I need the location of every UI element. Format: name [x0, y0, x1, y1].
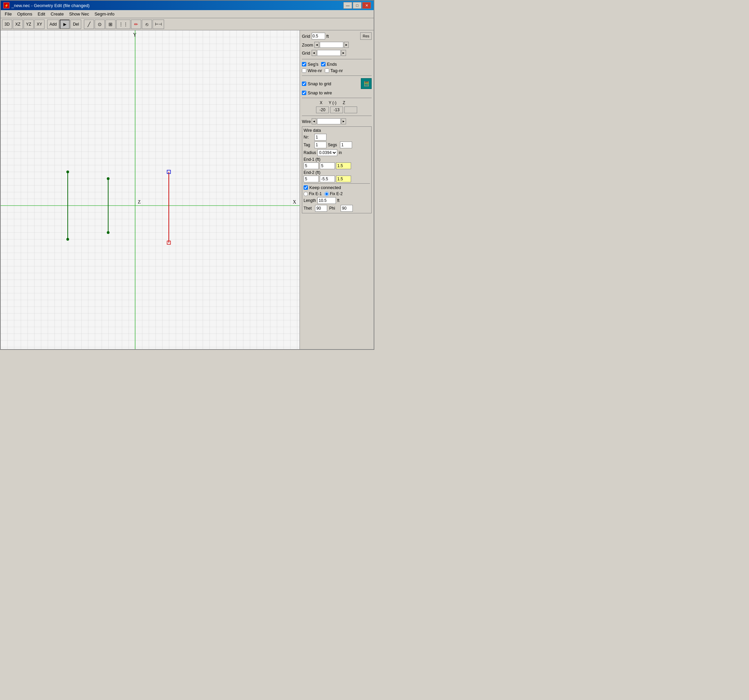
- end1-group: End-1 (ft): [304, 157, 370, 169]
- view-xz-button[interactable]: XZ: [13, 20, 23, 29]
- length-row: Length ft: [304, 197, 370, 204]
- loop-tool-button[interactable]: ⊙: [95, 20, 105, 29]
- grid-left-arrow[interactable]: ◄: [312, 50, 316, 56]
- y-coord-input[interactable]: [330, 107, 343, 113]
- z-coord-label: Z: [339, 100, 349, 105]
- x-coord-input[interactable]: [316, 107, 329, 113]
- wirenr-checkbox[interactable]: [302, 68, 306, 73]
- ends-label: Ends: [327, 62, 337, 67]
- snap-to-grid-checkbox[interactable]: [302, 81, 306, 86]
- end2-z-input[interactable]: [336, 176, 351, 182]
- keep-connected-label: Keep connected: [309, 185, 341, 190]
- length-input[interactable]: [317, 197, 336, 204]
- measure-tool-button[interactable]: ⊢⊣: [153, 20, 164, 29]
- nr-field-label: Nr:: [304, 135, 313, 139]
- draw-tool-button[interactable]: ✏: [131, 20, 141, 29]
- menu-show-nec[interactable]: Show Nec: [66, 11, 92, 17]
- canvas-area[interactable]: [1, 30, 300, 349]
- select-tool-button[interactable]: ▶: [60, 20, 70, 29]
- menu-file[interactable]: File: [2, 11, 14, 17]
- del-button[interactable]: Del: [70, 20, 81, 29]
- wire-tool-button[interactable]: ╱: [84, 20, 94, 29]
- coord-labels-row: X Y (-) Z: [302, 100, 371, 105]
- viewport[interactable]: [1, 30, 300, 349]
- keep-connected-row: Keep connected: [304, 185, 370, 190]
- end1-y-input[interactable]: [320, 162, 335, 169]
- maximize-button[interactable]: □: [353, 2, 362, 9]
- wirenr-tagnr-row: Wire-nr Tag-nr: [302, 68, 371, 73]
- end2-inputs: [304, 176, 370, 182]
- wire-right-arrow[interactable]: ►: [341, 118, 346, 124]
- tagnr-checkbox[interactable]: [325, 68, 329, 73]
- fix-e2-radio[interactable]: [324, 192, 329, 196]
- transform-tool-button[interactable]: ⎋: [142, 20, 152, 29]
- grid-right-arrow[interactable]: ►: [341, 50, 346, 56]
- add-button[interactable]: Add: [47, 20, 59, 29]
- calculator-button[interactable]: 🧮: [361, 78, 371, 89]
- ends-checkbox[interactable]: [321, 62, 326, 66]
- radius-select[interactable]: 0.0394: [317, 149, 337, 156]
- wire-slider[interactable]: ◄ ►: [312, 118, 346, 124]
- view-xy-button[interactable]: XY: [34, 20, 44, 29]
- wire-slider-label: Wire: [302, 119, 311, 124]
- view-yz-button[interactable]: YZ: [24, 20, 34, 29]
- tag-label: Tag: [304, 142, 313, 147]
- keep-connected-checkbox[interactable]: [304, 185, 308, 190]
- menu-bar: File Options Edit Create Show Nec Segm-i…: [1, 10, 374, 18]
- grid-slider[interactable]: ◄ ►: [312, 50, 346, 56]
- end2-x-input[interactable]: [304, 176, 319, 182]
- fix-e2-radio-item: Fix E-2: [324, 191, 342, 196]
- snap-grid-row: Snap to grid: [302, 81, 331, 86]
- grid-value-input[interactable]: [312, 33, 325, 40]
- title-bar: ⚡ _new.nec - Geometry Edit (file changed…: [1, 1, 374, 10]
- main-window: ⚡ _new.nec - Geometry Edit (file changed…: [0, 0, 374, 350]
- menu-options[interactable]: Options: [14, 11, 35, 17]
- end2-y-input[interactable]: [320, 176, 335, 182]
- fix-e1-radio[interactable]: [304, 192, 308, 196]
- length-unit: ft: [337, 198, 347, 203]
- view-3d-button[interactable]: 3D: [2, 20, 12, 29]
- wirenr-label: Wire-nr: [307, 68, 322, 73]
- zoom-row: Zoom ◄ ►: [302, 42, 371, 48]
- menu-create[interactable]: Create: [48, 11, 66, 17]
- minimize-button[interactable]: —: [343, 2, 352, 9]
- close-button[interactable]: ✕: [362, 2, 371, 9]
- grid-track[interactable]: [317, 50, 341, 56]
- segs-checkbox-row: Seg's: [302, 62, 318, 67]
- zoom-right-arrow[interactable]: ►: [344, 42, 349, 48]
- wire-left-arrow[interactable]: ◄: [312, 118, 316, 124]
- menu-segm-info[interactable]: Segm-info: [92, 11, 117, 17]
- length-label: Length: [304, 198, 316, 203]
- phi-input[interactable]: [341, 205, 353, 211]
- segs-ends-row: Seg's Ends: [302, 62, 371, 67]
- zoom-left-arrow[interactable]: ◄: [314, 42, 319, 48]
- separator-4: [302, 116, 371, 116]
- title-buttons: — □ ✕: [343, 2, 371, 9]
- lines-tool-button[interactable]: ⋮⋮: [116, 20, 130, 29]
- end2-group: End-2 (ft): [304, 170, 370, 182]
- segs-checkbox[interactable]: [302, 62, 306, 66]
- geometry-canvas[interactable]: [1, 30, 300, 349]
- nr-input[interactable]: [314, 134, 327, 141]
- thet-input[interactable]: [315, 205, 327, 211]
- res-button[interactable]: Res: [360, 32, 371, 40]
- radius-label: Radius: [304, 150, 316, 155]
- x-coord-label: X: [316, 100, 326, 105]
- end1-x-input[interactable]: [304, 162, 319, 169]
- phi-label: Phi: [329, 206, 339, 211]
- menu-edit[interactable]: Edit: [35, 11, 48, 17]
- end1-z-input[interactable]: [336, 162, 351, 169]
- grid-label: Grid: [302, 34, 310, 39]
- z-coord-input[interactable]: [344, 107, 357, 113]
- toolbar: 3D XZ YZ XY Add ▶ Del ╱ ⊙ ⊞ ⋮⋮ ✏ ⎋ ⊢⊣: [1, 18, 374, 30]
- fix-radio-row: Fix E-1 Fix E-2: [304, 191, 370, 196]
- main-area: Grid ft Res Zoom ◄ ► Grid ◄: [1, 30, 374, 349]
- segs-input[interactable]: [340, 142, 352, 148]
- wire-track[interactable]: [317, 118, 341, 124]
- zoom-track[interactable]: [320, 42, 343, 48]
- tag-input[interactable]: [314, 142, 327, 148]
- snap-to-wire-checkbox[interactable]: [302, 91, 306, 95]
- zoom-slider[interactable]: ◄ ►: [314, 42, 349, 48]
- fix-e2-label: Fix E-2: [330, 191, 342, 196]
- grid-tool-button[interactable]: ⊞: [105, 20, 116, 29]
